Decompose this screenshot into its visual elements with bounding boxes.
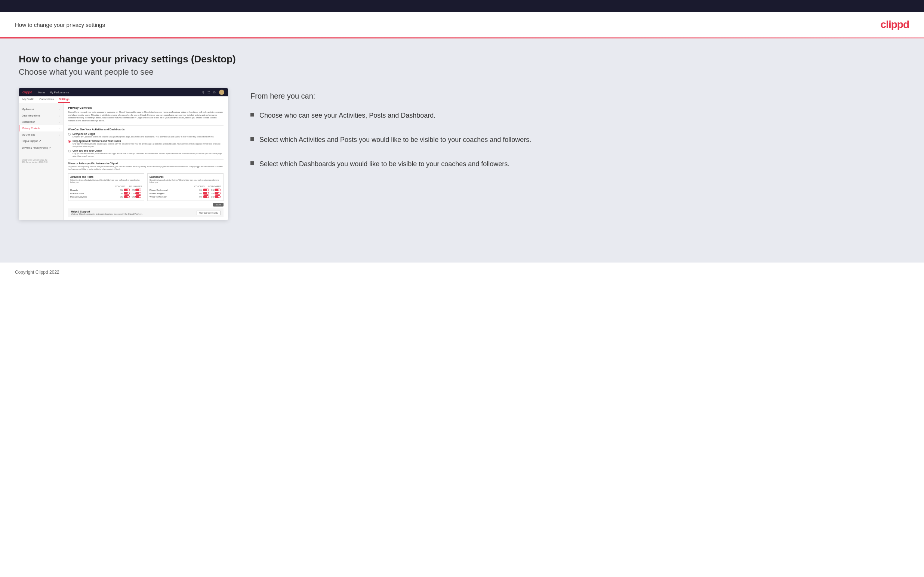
mock-tab-connections: Connections <box>39 96 55 103</box>
round-insights-label: Round Insights <box>150 192 199 195</box>
ww-followers-toggle <box>215 195 221 198</box>
rounds-followers-toggle <box>135 189 141 191</box>
sidebar-label-privacy-controls: Privacy Controls <box>23 127 40 130</box>
pd-coaches-toggle <box>203 189 209 191</box>
radio-desc-1: Everyone on Clippd can search for you an… <box>73 135 214 138</box>
bullet-list: Choose who can see your Activities, Post… <box>250 111 905 169</box>
main-heading: How to change your privacy settings (Des… <box>19 53 905 65</box>
mock-nav-home: Home <box>39 91 45 94</box>
sidebar-item-help: Help & Support ↗ <box>19 138 63 145</box>
ri-followers-on: ON <box>211 192 214 195</box>
radio-text-2: Only Approved Followers and Your Coach O… <box>73 140 223 148</box>
grid-icon: ☷ <box>207 91 210 94</box>
dashboards-panel-desc: Select the types of activity that you'd … <box>150 179 221 184</box>
chevron-icon-3: › <box>60 121 60 123</box>
chevron-icon-4: › <box>60 127 60 130</box>
bullet-text-1: Choose who can see your Activities, Post… <box>259 111 435 120</box>
settings-icon: ⛭ <box>213 91 216 94</box>
sidebar-item-privacy-policy: Service & Privacy Policy ↗ <box>19 145 63 151</box>
rounds-coaches-toggle <box>124 189 130 191</box>
logo: clippd <box>880 19 909 31</box>
ri-coaches-toggle <box>203 192 209 195</box>
manual-label: Manual Activities <box>70 196 120 198</box>
toggle-row-drills: Practice Drills ON ON <box>70 192 142 195</box>
dashboards-panel-title: Dashboards <box>150 176 221 178</box>
radio-label-1: Everyone on Clippd <box>73 132 214 135</box>
bullet-marker-2 <box>250 137 254 141</box>
top-bar <box>0 0 924 12</box>
sidebar-label-my-account: My Account <box>22 108 34 111</box>
privacy-controls-desc: Control how you and your data appears to… <box>68 111 223 122</box>
sidebar-label-privacy-policy: Service & Privacy Policy ↗ <box>22 147 51 149</box>
mock-avatar <box>219 90 224 95</box>
sidebar-item-data-integrations: Data Integrations › <box>19 113 63 119</box>
page-title: How to change your privacy settings <box>15 22 105 28</box>
toggle-row-player-dashboard: Player Dashboard ON ON <box>150 189 221 191</box>
privacy-controls-title: Privacy Controls <box>68 106 223 110</box>
sidebar-label-subscription: Subscription <box>22 121 35 123</box>
ri-followers-toggle <box>215 192 221 195</box>
mock-tab-profile: My Profile <box>22 96 35 103</box>
manual-followers-toggle <box>135 195 141 198</box>
mock-nav: Home My Performance <box>39 91 69 94</box>
activities-panel: Activities and Posts Select the types of… <box>68 173 144 201</box>
pd-followers-on: ON <box>211 189 214 191</box>
drills-followers-toggle <box>135 192 141 195</box>
mock-nav-performance: My Performance <box>50 91 69 94</box>
bullet-item-3: Select which Dashboards you would like t… <box>250 160 905 169</box>
copyright: Copyright Clippd 2022 <box>15 270 60 275</box>
right-side: From here you can: Choose who can see yo… <box>250 88 905 169</box>
drills-followers-on: ON <box>132 192 135 195</box>
bullet-item-2: Select which Activities and Posts you wo… <box>250 135 905 145</box>
radio-group: Everyone on Clippd Everyone on Clippd ca… <box>68 132 223 158</box>
followers-header: FOLLOWERS <box>129 185 142 187</box>
ww-coaches-toggle <box>203 195 209 198</box>
coaches-header: COACHES <box>114 185 127 187</box>
header: How to change your privacy settings clip… <box>0 12 924 37</box>
mock-body: My Account › Data Integrations › Subscri… <box>19 103 228 220</box>
who-can-see-title: Who Can See Your Activities and Dashboar… <box>68 128 223 131</box>
divider-2 <box>68 160 223 160</box>
sidebar-label-data-integrations: Data Integrations <box>22 114 40 117</box>
radio-desc-3: Only you and the coaches you connect wit… <box>73 152 223 157</box>
bullet-item-1: Choose who can see your Activities, Post… <box>250 111 905 120</box>
toggle-header-activities: COACHES FOLLOWERS <box>70 185 142 187</box>
manual-coaches-on: ON <box>120 196 123 198</box>
what-to-work-label: What To Work On <box>150 196 199 198</box>
sidebar-item-golf-bag: My Golf Bag › <box>19 131 63 138</box>
save-row: Save <box>68 203 223 206</box>
toggle-row-manual: Manual Activities ON ON <box>70 195 142 198</box>
rounds-coaches-on: ON <box>120 189 123 191</box>
followers-header-d: FOLLOWERS <box>208 185 221 187</box>
ri-coaches-on: ON <box>199 192 202 195</box>
dashboards-panel: Dashboards Select the types of activity … <box>147 173 223 201</box>
screenshot-mock: clippd Home My Performance ⚲ ☷ ⛭ My Prof… <box>19 88 228 220</box>
radio-text-3: Only You and Your Coach Only you and the… <box>73 149 223 157</box>
visit-community-button[interactable]: Visit Our Community <box>197 211 221 215</box>
main-subheading: Choose what you want people to see <box>19 67 905 77</box>
radio-circle-2 <box>68 140 71 143</box>
save-button[interactable]: Save <box>213 203 223 206</box>
radio-desc-2: Only approved followers and coaches you … <box>73 143 223 148</box>
content-row: clippd Home My Performance ⚲ ☷ ⛭ My Prof… <box>19 88 905 220</box>
mock-tab-settings: Settings <box>58 96 70 103</box>
sidebar-item-my-account: My Account › <box>19 106 63 113</box>
pd-coaches-on: ON <box>199 189 202 191</box>
divider-1 <box>68 126 223 126</box>
bullet-marker-3 <box>250 161 254 165</box>
chevron-icon-2: › <box>60 114 60 117</box>
mock-version: Clippd Client Version: 2022.8.2SQL Serve… <box>19 155 63 167</box>
activities-panel-title: Activities and Posts <box>70 176 142 178</box>
main-content: How to change your privacy settings (Des… <box>0 39 924 263</box>
ww-followers-on: ON <box>211 196 214 198</box>
radio-only-you: Only You and Your Coach Only you and the… <box>68 149 223 157</box>
radio-circle-3 <box>68 150 71 152</box>
sidebar-label-help: Help & Support ↗ <box>22 140 41 143</box>
rounds-followers-on: ON <box>132 189 135 191</box>
mock-main-panel: Privacy Controls Control how you and you… <box>63 103 228 220</box>
help-section: Help & Support Visit our Clippd communit… <box>68 208 223 217</box>
chevron-icon-5: › <box>60 134 60 136</box>
mock-topbar: clippd Home My Performance ⚲ ☷ ⛭ <box>19 88 228 96</box>
bullet-marker-1 <box>250 113 254 116</box>
radio-label-2: Only Approved Followers and Your Coach <box>73 140 223 142</box>
